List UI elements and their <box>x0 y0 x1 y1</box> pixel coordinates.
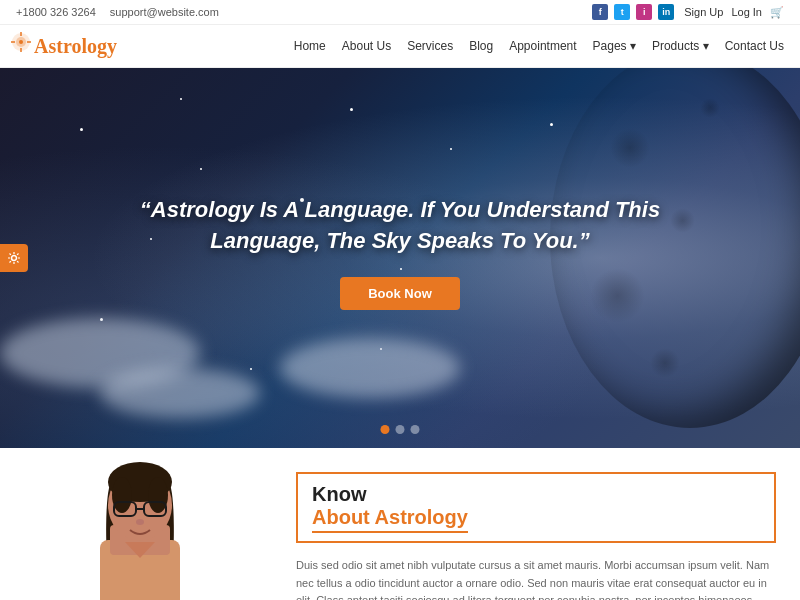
signup-link[interactable]: Sign Up <box>684 6 723 18</box>
top-bar-actions: f t i in Sign Up Log In 🛒 <box>592 4 784 20</box>
facebook-icon[interactable]: f <box>592 4 608 20</box>
nav-blog[interactable]: Blog <box>469 39 493 53</box>
star <box>450 148 452 150</box>
crater <box>650 348 680 378</box>
logo[interactable]: Astrology <box>16 33 117 59</box>
know-about-section: Know About Astrology Duis sed odio sit a… <box>280 448 800 600</box>
person-svg <box>50 450 230 600</box>
side-settings-button[interactable] <box>0 244 28 272</box>
person-illustration <box>50 450 230 600</box>
crater <box>610 128 650 168</box>
hero-dot-2[interactable] <box>396 425 405 434</box>
nav-home[interactable]: Home <box>294 39 326 53</box>
nav-appointment[interactable]: Appointment <box>509 39 576 53</box>
nav-pages[interactable]: Pages ▾ <box>593 39 636 53</box>
below-section: Know About Astrology Duis sed odio sit a… <box>0 448 800 600</box>
svg-point-19 <box>136 519 144 525</box>
star <box>80 128 83 131</box>
social-icons: f t i in <box>592 4 674 20</box>
nav-services[interactable]: Services <box>407 39 453 53</box>
know-paragraph: Duis sed odio sit amet nibh vulputate cu… <box>296 557 776 600</box>
star <box>250 368 252 370</box>
star <box>180 98 182 100</box>
hero-section: “Astrology Is A Language. If You Underst… <box>0 68 800 448</box>
top-bar: +1800 326 3264 support@website.com f t i… <box>0 0 800 25</box>
top-bar-contact: +1800 326 3264 support@website.com <box>16 6 219 18</box>
hero-quote: “Astrology Is A Language. If You Underst… <box>100 195 700 257</box>
instagram-icon[interactable]: i <box>636 4 652 20</box>
know-heading-line1: Know <box>312 482 760 506</box>
email-text: support@website.com <box>110 6 219 18</box>
know-heading-line2: About Astrology <box>312 506 468 533</box>
book-now-button[interactable]: Book Now <box>340 277 460 310</box>
logo-icon <box>10 31 32 53</box>
main-nav: Home About Us Services Blog Appointment … <box>294 39 784 53</box>
hero-dot-1[interactable] <box>381 425 390 434</box>
twitter-icon[interactable]: t <box>614 4 630 20</box>
nav-contact[interactable]: Contact Us <box>725 39 784 53</box>
header: Astrology Home About Us Services Blog Ap… <box>0 25 800 68</box>
star <box>350 108 353 111</box>
nav-products[interactable]: Products ▾ <box>652 39 709 53</box>
svg-point-2 <box>19 40 23 44</box>
know-heading-box: Know About Astrology <box>296 472 776 543</box>
cloud <box>280 338 460 398</box>
hero-dots <box>381 425 420 434</box>
hero-dot-3[interactable] <box>411 425 420 434</box>
header-actions: Sign Up Log In 🛒 <box>684 6 784 19</box>
crater <box>700 98 720 118</box>
login-link[interactable]: Log In <box>731 6 762 18</box>
cloud <box>100 368 260 418</box>
linkedin-icon[interactable]: in <box>658 4 674 20</box>
star <box>200 168 202 170</box>
person-image-area <box>0 448 280 600</box>
logo-text: Astrology <box>34 35 117 57</box>
phone-text: +1800 326 3264 <box>16 6 96 18</box>
gear-icon <box>7 251 21 265</box>
cart-icon[interactable]: 🛒 <box>770 6 784 19</box>
nav-about[interactable]: About Us <box>342 39 391 53</box>
star <box>550 123 553 126</box>
hero-content: “Astrology Is A Language. If You Underst… <box>100 195 700 310</box>
svg-point-7 <box>12 256 17 261</box>
